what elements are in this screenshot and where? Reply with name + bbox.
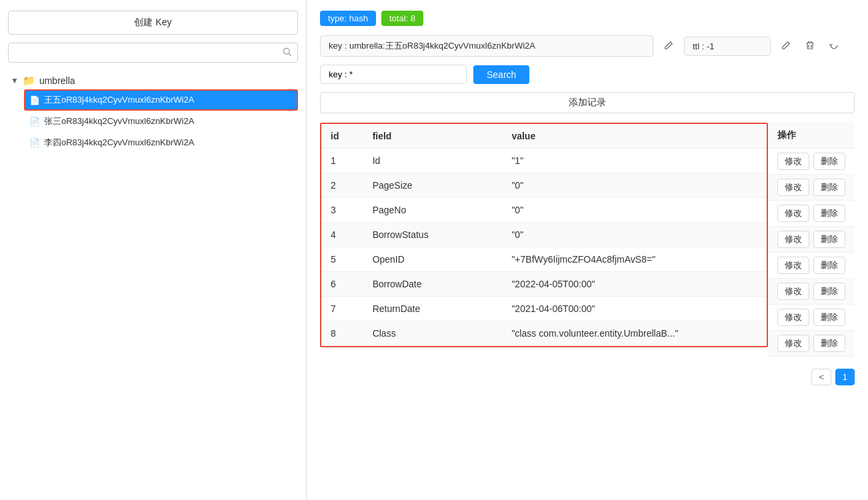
cell-value: "class com.volunteer.entity.UmbrellaB...… <box>502 321 767 346</box>
left-panel: 创建 Key ▼ 📁 umbrella 📄 王五oR83j4kkq2CyvVmu… <box>0 0 307 500</box>
col-header-id: id <box>321 124 363 149</box>
top-badges: type: hash total: 8 <box>320 11 855 26</box>
edit-ttl-icon <box>781 41 791 50</box>
cell-value: "2022-04-05T00:00" <box>502 272 767 297</box>
cell-id: 7 <box>321 297 363 321</box>
filter-input[interactable] <box>320 65 467 84</box>
table-row: 2 PageSize "0" <box>321 173 767 198</box>
edit-ttl-button[interactable] <box>777 38 795 55</box>
delete-row-button[interactable]: 删除 <box>813 335 845 352</box>
tree-section: ▼ 📁 umbrella 📄 王五oR83j4kkq2CyvVmuxl6znKb… <box>8 72 298 153</box>
tree-item-label-1: 张三oR83j4kkq2CyvVmuxl6znKbrWi2A <box>44 115 194 127</box>
cell-id: 5 <box>321 247 363 272</box>
delete-key-button[interactable] <box>801 38 819 55</box>
prev-page-button[interactable]: < <box>811 369 831 385</box>
cell-field: PageNo <box>363 198 503 223</box>
refresh-icon <box>829 41 839 50</box>
edit-key-button[interactable] <box>660 38 677 55</box>
trash-icon <box>805 41 815 50</box>
search-button[interactable]: Search <box>473 65 529 84</box>
search-input[interactable] <box>14 43 283 62</box>
table-header-row: id field value <box>321 124 767 149</box>
key-display: key : umbrella:王五oR83j4kkq2CyvVmuxl6znKb… <box>320 35 653 57</box>
pagination: < 1 <box>320 369 855 385</box>
tree-root-label: umbrella <box>39 75 75 86</box>
tree-arrow: ▼ <box>11 76 19 85</box>
table-row: 4 BorrowStatus "0" <box>321 223 767 247</box>
delete-row-button[interactable]: 删除 <box>813 179 845 196</box>
cell-value: "2021-04-06T00:00" <box>502 297 767 321</box>
cell-value: "0" <box>502 173 767 198</box>
edit-row-button[interactable]: 修改 <box>777 335 809 352</box>
cell-field: Id <box>363 149 503 173</box>
total-badge: total: 8 <box>381 11 423 26</box>
table-section: id field value 1 Id "1" 2 PageSize "0" 3… <box>320 123 855 357</box>
key-row: key : umbrella:王五oR83j4kkq2CyvVmuxl6znKb… <box>320 35 855 57</box>
data-table-wrapper: id field value 1 Id "1" 2 PageSize "0" 3… <box>320 123 768 347</box>
search-icon-button[interactable] <box>283 47 292 59</box>
tree-item-2[interactable]: 📄 李四oR83j4kkq2CyvVmuxl6znKbrWi2A <box>24 132 298 153</box>
edit-key-icon <box>664 41 673 50</box>
table-row: 3 PageNo "0" <box>321 198 767 223</box>
edit-row-button[interactable]: 修改 <box>777 179 809 196</box>
cell-value: "0" <box>502 198 767 223</box>
cell-value: "+7BfWy6IijmcZFO4Ac8fjmAvS8=" <box>502 247 767 272</box>
table-row: 6 BorrowDate "2022-04-05T00:00" <box>321 272 767 297</box>
action-cell: 修改 删除 <box>768 175 855 201</box>
cell-id: 3 <box>321 198 363 223</box>
edit-row-button[interactable]: 修改 <box>777 257 809 274</box>
edit-row-button[interactable]: 修改 <box>777 153 809 170</box>
folder-icon: 📁 <box>23 75 35 87</box>
file-icon-1: 📄 <box>29 117 40 127</box>
tree-root[interactable]: ▼ 📁 umbrella <box>8 72 298 89</box>
actions-column: 操作 修改 删除 修改 删除 修改 删除 修改 删除 修改 删除 修改 删除 修… <box>768 123 855 357</box>
table-row: 7 ReturnDate "2021-04-06T00:00" <box>321 297 767 321</box>
action-cell: 修改 删除 <box>768 253 855 279</box>
create-key-button[interactable]: 创建 Key <box>8 11 298 35</box>
cell-id: 1 <box>321 149 363 173</box>
delete-row-button[interactable]: 删除 <box>813 205 845 222</box>
edit-row-button[interactable]: 修改 <box>777 231 809 248</box>
page-1-button[interactable]: 1 <box>835 369 855 385</box>
tree-item-0[interactable]: 📄 王五oR83j4kkq2CyvVmuxl6znKbrWi2A <box>24 89 298 111</box>
col-header-field: field <box>363 124 503 149</box>
delete-row-button[interactable]: 删除 <box>813 257 845 274</box>
type-badge: type: hash <box>320 11 376 26</box>
edit-row-button[interactable]: 修改 <box>777 309 809 326</box>
refresh-button[interactable] <box>825 38 843 55</box>
col-header-value: value <box>502 124 767 149</box>
edit-row-button[interactable]: 修改 <box>777 205 809 222</box>
search-box <box>8 43 298 63</box>
cell-field: BorrowStatus <box>363 223 503 247</box>
svg-point-0 <box>283 48 289 54</box>
delete-row-button[interactable]: 删除 <box>813 153 845 170</box>
cell-field: Class <box>363 321 503 346</box>
cell-value: "1" <box>502 149 767 173</box>
delete-row-button[interactable]: 删除 <box>813 309 845 326</box>
cell-id: 4 <box>321 223 363 247</box>
ttl-display: ttl : -1 <box>684 37 771 56</box>
table-row: 5 OpenID "+7BfWy6IijmcZFO4Ac8fjmAvS8=" <box>321 247 767 272</box>
search-icon <box>283 47 292 57</box>
cell-id: 8 <box>321 321 363 346</box>
file-icon-0: 📄 <box>29 95 40 105</box>
cell-id: 6 <box>321 272 363 297</box>
table-row: 1 Id "1" <box>321 149 767 173</box>
table-row: 8 Class "class com.volunteer.entity.Umbr… <box>321 321 767 346</box>
cell-id: 2 <box>321 173 363 198</box>
cell-field: OpenID <box>363 247 503 272</box>
delete-row-button[interactable]: 删除 <box>813 231 845 248</box>
delete-row-button[interactable]: 删除 <box>813 283 845 300</box>
tree-item-1[interactable]: 📄 张三oR83j4kkq2CyvVmuxl6znKbrWi2A <box>24 111 298 132</box>
action-cell: 修改 删除 <box>768 331 855 357</box>
cell-value: "0" <box>502 223 767 247</box>
data-table: id field value 1 Id "1" 2 PageSize "0" 3… <box>321 124 767 346</box>
tree-item-label-0: 王五oR83j4kkq2CyvVmuxl6znKbrWi2A <box>44 94 194 106</box>
add-record-button[interactable]: 添加记录 <box>320 92 855 113</box>
filter-row: Search <box>320 65 855 84</box>
edit-row-button[interactable]: 修改 <box>777 283 809 300</box>
file-icon-2: 📄 <box>29 138 40 148</box>
cell-field: BorrowDate <box>363 272 503 297</box>
actions-header: 操作 <box>768 123 855 149</box>
right-panel: type: hash total: 8 key : umbrella:王五oR8… <box>307 0 868 500</box>
